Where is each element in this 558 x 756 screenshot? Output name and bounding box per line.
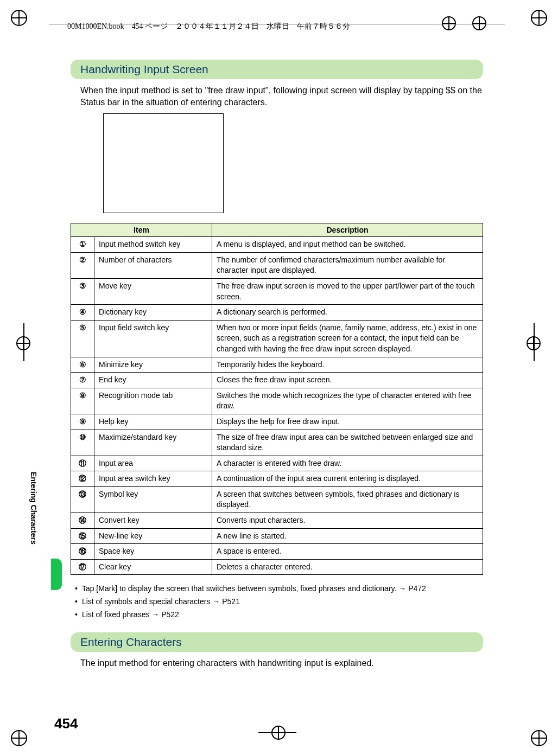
- table-row: ⑪Input areaA character is entered with f…: [71, 456, 483, 471]
- crop-mark-icon: [531, 730, 547, 746]
- list-item: •Tap [Mark] to display the screen that s…: [75, 582, 483, 595]
- row-item: Help key: [94, 414, 212, 430]
- side-color-tab: [51, 559, 62, 590]
- table-header-description: Description: [212, 223, 483, 237]
- row-item: Symbol key: [94, 486, 212, 512]
- bullet-icon: •: [75, 608, 78, 622]
- row-description: A space is entered.: [212, 544, 483, 560]
- row-item: Input area switch key: [94, 471, 212, 487]
- row-item: Space key: [94, 544, 212, 560]
- table-row: ⑮New-line keyA new line is started.: [71, 528, 483, 544]
- row-number: ⑪: [71, 456, 94, 471]
- table-row: ③Move keyThe free draw input screen is m…: [71, 278, 483, 304]
- table-row: ⑨Help keyDisplays the help for free draw…: [71, 414, 483, 430]
- section-heading-text: Entering Characters: [80, 636, 182, 648]
- row-number: ⑮: [71, 528, 94, 544]
- table-row: ⑩Maximize/standard keyThe size of free d…: [71, 430, 483, 456]
- row-description: Switches the mode which recognizes the t…: [212, 388, 483, 414]
- row-item: Number of characters: [94, 252, 212, 278]
- table-row: ⑬Symbol keyA screen that switches betwee…: [71, 486, 483, 512]
- screenshot-placeholder: [103, 113, 224, 213]
- table-row: ⑰Clear keyDeletes a character entered.: [71, 559, 483, 575]
- list-item-text: List of fixed phrases → P522: [82, 608, 179, 622]
- row-description: A character is entered with free draw.: [212, 456, 483, 471]
- row-description: The free draw input screen is moved to t…: [212, 278, 483, 304]
- row-item: Maximize/standard key: [94, 430, 212, 456]
- page: 00M1000EN.book 454 ページ ２００４年１１月２４日 水曜日 午…: [0, 0, 558, 756]
- table-row: ⑦End keyCloses the free draw input scree…: [71, 373, 483, 388]
- row-number: ②: [71, 252, 94, 278]
- row-number: ⑯: [71, 544, 94, 560]
- list-item-text: List of symbols and special characters →…: [82, 595, 240, 608]
- crop-mark-icon: [531, 10, 547, 26]
- row-description: A continuation of the input area current…: [212, 471, 483, 487]
- table-row: ②Number of charactersThe number of confi…: [71, 252, 483, 278]
- row-item: Input area: [94, 456, 212, 471]
- section-intro: The input method for entering characters…: [80, 657, 483, 669]
- section-heading: Entering Characters: [71, 632, 483, 652]
- row-description: Deletes a character entered.: [212, 559, 483, 575]
- row-number: ⑤: [71, 320, 94, 357]
- row-description: Closes the free draw input screen.: [212, 373, 483, 388]
- table-row: ⑤Input field switch keyWhen two or more …: [71, 320, 483, 357]
- registration-mark-icon: [442, 16, 456, 30]
- row-item: Input method switch key: [94, 237, 212, 253]
- crop-mark-icon: [11, 730, 27, 746]
- row-number: ⑰: [71, 559, 94, 575]
- registration-mark-line: [258, 732, 296, 733]
- table-row: ⑯Space keyA space is entered.: [71, 544, 483, 560]
- row-number: ⑨: [71, 414, 94, 430]
- section-intro: When the input method is set to "free dr…: [80, 85, 483, 108]
- notes-list: •Tap [Mark] to display the screen that s…: [75, 582, 483, 621]
- section-heading: Handwriting Input Screen: [71, 60, 483, 79]
- row-item: End key: [94, 373, 212, 388]
- row-item: Dictionary key: [94, 305, 212, 321]
- registration-mark-line: [23, 323, 24, 361]
- row-number: ③: [71, 278, 94, 304]
- row-item: Convert key: [94, 513, 212, 529]
- row-item: Clear key: [94, 559, 212, 575]
- list-item-text: Tap [Mark] to display the screen that sw…: [82, 582, 426, 595]
- row-item: Recognition mode tab: [94, 388, 212, 414]
- row-description: The size of free draw input area can be …: [212, 430, 483, 456]
- row-description: A new line is started.: [212, 528, 483, 544]
- row-item: Minimize key: [94, 357, 212, 373]
- list-item: •List of fixed phrases → P522: [75, 608, 483, 622]
- table-row: ④Dictionary keyA dictionary search is pe…: [71, 305, 483, 321]
- content-area: Handwriting Input Screen When the input …: [71, 60, 483, 674]
- section-heading-text: Handwriting Input Screen: [80, 63, 208, 75]
- row-description: A screen that switches between symbols, …: [212, 486, 483, 512]
- registration-mark-line: [534, 323, 535, 361]
- row-number: ⑥: [71, 357, 94, 373]
- row-number: ⑬: [71, 486, 94, 512]
- row-number: ⑧: [71, 388, 94, 414]
- registration-mark-icon: [472, 16, 486, 30]
- row-number: ⑩: [71, 430, 94, 456]
- row-item: Move key: [94, 278, 212, 304]
- row-description: Converts input characters.: [212, 513, 483, 529]
- table-row: ①Input method switch keyA menu is displa…: [71, 237, 483, 253]
- table-row: ⑫Input area switch keyA continuation of …: [71, 471, 483, 487]
- table-row: ⑥Minimize keyTemporarily hides the keybo…: [71, 357, 483, 373]
- row-description: When two or more input fields (name, fam…: [212, 320, 483, 357]
- row-description: Displays the help for free draw input.: [212, 414, 483, 430]
- list-item: •List of symbols and special characters …: [75, 595, 483, 608]
- side-chapter-label: Entering Characters: [29, 472, 38, 544]
- table-header-item: Item: [71, 223, 212, 237]
- row-description: Temporarily hides the keyboard.: [212, 357, 483, 373]
- row-number: ⑭: [71, 513, 94, 529]
- crop-mark-icon: [11, 10, 27, 26]
- row-number: ④: [71, 305, 94, 321]
- row-number: ①: [71, 237, 94, 253]
- page-number: 454: [54, 715, 78, 732]
- row-description: A dictionary search is performed.: [212, 305, 483, 321]
- row-description: A menu is displayed, and input method ca…: [212, 237, 483, 253]
- print-header: 00M1000EN.book 454 ページ ２００４年１１月２４日 水曜日 午…: [67, 22, 350, 31]
- table-row: ⑭Convert keyConverts input characters.: [71, 513, 483, 529]
- row-item: New-line key: [94, 528, 212, 544]
- table-row: ⑧Recognition mode tabSwitches the mode w…: [71, 388, 483, 414]
- row-item: Input field switch key: [94, 320, 212, 357]
- row-number: ⑦: [71, 373, 94, 388]
- bullet-icon: •: [75, 595, 78, 608]
- description-table: Item Description ①Input method switch ke…: [71, 223, 483, 575]
